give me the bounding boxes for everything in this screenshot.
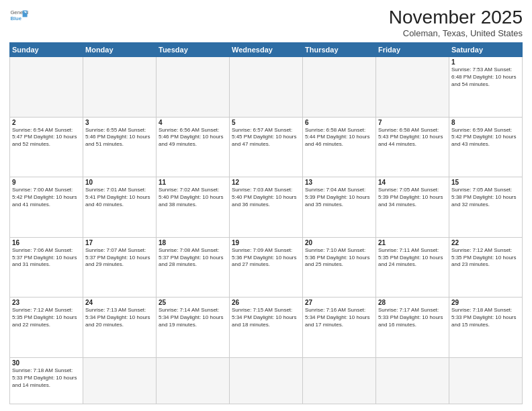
day-info: Sunrise: 6:54 AM Sunset: 5:47 PM Dayligh… (12, 127, 81, 148)
calendar-cell: 25Sunrise: 7:14 AM Sunset: 5:34 PM Dayli… (157, 298, 230, 358)
day-info: Sunrise: 7:07 AM Sunset: 5:37 PM Dayligh… (85, 247, 154, 269)
day-number: 7 (378, 119, 447, 126)
calendar-table: SundayMondayTuesdayWednesdayThursdayFrid… (9, 42, 523, 404)
day-info: Sunrise: 7:15 AM Sunset: 5:34 PM Dayligh… (232, 307, 300, 328)
day-info: Sunrise: 6:59 AM Sunset: 5:42 PM Dayligh… (451, 127, 520, 148)
column-header-wednesday: Wednesday (230, 43, 303, 57)
calendar-cell: 3Sunrise: 6:55 AM Sunset: 5:46 PM Daylig… (83, 117, 157, 177)
day-info: Sunrise: 6:58 AM Sunset: 5:44 PM Dayligh… (305, 127, 373, 148)
day-info: Sunrise: 7:06 AM Sunset: 5:37 PM Dayligh… (12, 247, 81, 269)
generalblue-logo-icon: General Blue (9, 7, 28, 26)
day-info: Sunrise: 7:03 AM Sunset: 5:40 PM Dayligh… (232, 187, 300, 208)
calendar-cell (83, 57, 157, 118)
day-info: Sunrise: 7:16 AM Sunset: 5:34 PM Dayligh… (305, 307, 373, 328)
day-info: Sunrise: 7:53 AM Sunset: 6:48 PM Dayligh… (451, 66, 520, 88)
calendar-cell: 26Sunrise: 7:15 AM Sunset: 5:34 PM Dayli… (230, 298, 303, 358)
day-info: Sunrise: 7:18 AM Sunset: 5:33 PM Dayligh… (12, 367, 81, 389)
day-info: Sunrise: 7:04 AM Sunset: 5:39 PM Dayligh… (305, 187, 373, 208)
calendar-cell (230, 358, 303, 404)
calendar-cell (157, 358, 230, 404)
day-info: Sunrise: 7:14 AM Sunset: 5:34 PM Dayligh… (159, 307, 227, 328)
day-number: 24 (85, 299, 154, 306)
day-number: 2 (12, 119, 81, 126)
day-info: Sunrise: 6:57 AM Sunset: 5:45 PM Dayligh… (232, 127, 300, 148)
day-number: 29 (451, 299, 520, 306)
day-number: 11 (159, 179, 227, 186)
calendar-page: General Blue November 2025 Coleman, Texa… (0, 0, 532, 411)
column-header-sunday: Sunday (10, 43, 83, 57)
day-number: 20 (305, 239, 373, 246)
calendar-cell: 11Sunrise: 7:02 AM Sunset: 5:40 PM Dayli… (157, 177, 230, 238)
day-number: 4 (159, 119, 227, 126)
calendar-cell: 13Sunrise: 7:04 AM Sunset: 5:39 PM Dayli… (303, 177, 376, 238)
calendar-cell: 6Sunrise: 6:58 AM Sunset: 5:44 PM Daylig… (303, 117, 376, 177)
calendar-header-row: SundayMondayTuesdayWednesdayThursdayFrid… (10, 43, 523, 57)
day-number: 28 (378, 299, 447, 306)
day-info: Sunrise: 7:17 AM Sunset: 5:33 PM Dayligh… (378, 307, 447, 328)
day-info: Sunrise: 7:02 AM Sunset: 5:40 PM Dayligh… (159, 187, 227, 208)
day-number: 15 (451, 179, 520, 186)
day-info: Sunrise: 7:18 AM Sunset: 5:33 PM Dayligh… (451, 307, 520, 328)
calendar-cell: 8Sunrise: 6:59 AM Sunset: 5:42 PM Daylig… (449, 117, 523, 177)
day-info: Sunrise: 7:00 AM Sunset: 5:42 PM Dayligh… (12, 187, 81, 208)
calendar-cell: 10Sunrise: 7:01 AM Sunset: 5:41 PM Dayli… (83, 177, 157, 238)
calendar-cell: 15Sunrise: 7:05 AM Sunset: 5:38 PM Dayli… (449, 177, 523, 238)
day-info: Sunrise: 7:13 AM Sunset: 5:34 PM Dayligh… (85, 307, 154, 328)
calendar-cell: 18Sunrise: 7:08 AM Sunset: 5:37 PM Dayli… (157, 237, 230, 298)
calendar-cell (83, 358, 157, 404)
day-number: 3 (85, 119, 154, 126)
calendar-cell: 17Sunrise: 7:07 AM Sunset: 5:37 PM Dayli… (83, 237, 157, 298)
day-info: Sunrise: 7:12 AM Sunset: 5:35 PM Dayligh… (12, 307, 81, 328)
svg-text:Blue: Blue (10, 15, 21, 21)
column-header-tuesday: Tuesday (157, 43, 230, 57)
calendar-cell: 30Sunrise: 7:18 AM Sunset: 5:33 PM Dayli… (10, 358, 83, 404)
calendar-cell: 23Sunrise: 7:12 AM Sunset: 5:35 PM Dayli… (10, 298, 83, 358)
calendar-cell (303, 358, 376, 404)
day-number: 14 (378, 179, 447, 186)
day-number: 26 (232, 299, 300, 306)
calendar-cell: 14Sunrise: 7:05 AM Sunset: 5:39 PM Dayli… (376, 177, 449, 238)
day-number: 17 (85, 239, 154, 246)
calendar-cell: 2Sunrise: 6:54 AM Sunset: 5:47 PM Daylig… (10, 117, 83, 177)
day-number: 25 (159, 299, 227, 306)
day-info: Sunrise: 7:09 AM Sunset: 5:36 PM Dayligh… (232, 247, 300, 269)
day-number: 16 (12, 239, 81, 246)
day-info: Sunrise: 7:12 AM Sunset: 5:35 PM Dayligh… (451, 247, 520, 269)
day-number: 23 (12, 299, 81, 306)
calendar-cell (157, 57, 230, 118)
calendar-cell (449, 358, 523, 404)
calendar-cell (303, 57, 376, 118)
calendar-cell (376, 358, 449, 404)
calendar-cell: 5Sunrise: 6:57 AM Sunset: 5:45 PM Daylig… (230, 117, 303, 177)
day-number: 9 (12, 179, 81, 186)
calendar-cell: 4Sunrise: 6:56 AM Sunset: 5:46 PM Daylig… (157, 117, 230, 177)
day-info: Sunrise: 7:10 AM Sunset: 5:36 PM Dayligh… (305, 247, 373, 269)
logo: General Blue (9, 7, 28, 26)
calendar-cell: 21Sunrise: 7:11 AM Sunset: 5:35 PM Dayli… (376, 237, 449, 298)
calendar-cell: 16Sunrise: 7:06 AM Sunset: 5:37 PM Dayli… (10, 237, 83, 298)
day-info: Sunrise: 7:08 AM Sunset: 5:37 PM Dayligh… (159, 247, 227, 269)
calendar-cell: 1Sunrise: 7:53 AM Sunset: 6:48 PM Daylig… (449, 57, 523, 118)
day-number: 12 (232, 179, 300, 186)
day-number: 30 (12, 359, 81, 367)
day-number: 27 (305, 299, 373, 306)
day-number: 18 (159, 239, 227, 246)
day-info: Sunrise: 6:58 AM Sunset: 5:43 PM Dayligh… (378, 127, 447, 148)
title-block: November 2025 Coleman, Texas, United Sta… (389, 7, 523, 38)
calendar-cell: 27Sunrise: 7:16 AM Sunset: 5:34 PM Dayli… (303, 298, 376, 358)
day-number: 22 (451, 239, 520, 246)
calendar-cell: 29Sunrise: 7:18 AM Sunset: 5:33 PM Dayli… (449, 298, 523, 358)
column-header-monday: Monday (83, 43, 157, 57)
calendar-cell: 7Sunrise: 6:58 AM Sunset: 5:43 PM Daylig… (376, 117, 449, 177)
calendar-cell: 12Sunrise: 7:03 AM Sunset: 5:40 PM Dayli… (230, 177, 303, 238)
day-number: 10 (85, 179, 154, 186)
calendar-cell: 20Sunrise: 7:10 AM Sunset: 5:36 PM Dayli… (303, 237, 376, 298)
day-number: 5 (232, 119, 300, 126)
day-info: Sunrise: 7:05 AM Sunset: 5:38 PM Dayligh… (451, 187, 520, 208)
day-number: 13 (305, 179, 373, 186)
day-info: Sunrise: 6:56 AM Sunset: 5:46 PM Dayligh… (159, 127, 227, 148)
column-header-saturday: Saturday (449, 43, 523, 57)
column-header-friday: Friday (376, 43, 449, 57)
calendar-cell: 19Sunrise: 7:09 AM Sunset: 5:36 PM Dayli… (230, 237, 303, 298)
calendar-cell: 9Sunrise: 7:00 AM Sunset: 5:42 PM Daylig… (10, 177, 83, 238)
